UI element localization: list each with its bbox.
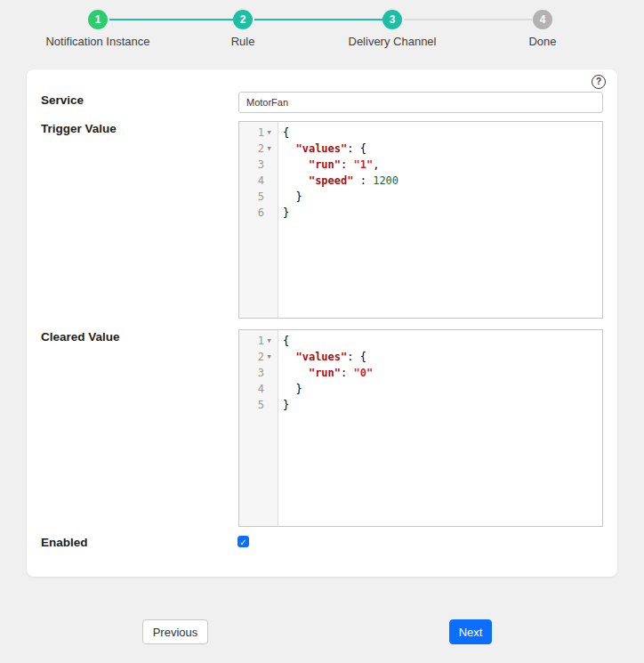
- line-number: 4: [239, 381, 278, 397]
- code-line: {: [283, 125, 602, 141]
- form-card: ? Service Trigger Value 1▼2▼3456 { "valu…: [27, 69, 617, 577]
- trigger-value-label: Trigger Value: [41, 122, 117, 135]
- step-2-label: Rule: [163, 35, 323, 48]
- cleared-editor-gutter: 1▼2▼345: [239, 330, 278, 526]
- next-button[interactable]: Next: [449, 619, 492, 644]
- code-line: }: [283, 381, 602, 397]
- step-connector-2-3: [254, 19, 382, 20]
- cleared-editor-code[interactable]: { "values": { "run": "0" }}: [278, 330, 602, 526]
- cleared-value-editor[interactable]: 1▼2▼345 { "values": { "run": "0" }}: [238, 329, 603, 527]
- line-number: 3: [239, 365, 278, 381]
- enabled-label: Enabled: [41, 536, 88, 549]
- code-line: }: [283, 189, 602, 205]
- code-line: "values": {: [283, 141, 602, 157]
- step-connector-1-2: [109, 19, 233, 20]
- step-4-circle[interactable]: 4: [533, 10, 552, 29]
- code-line: "run": "0": [283, 365, 602, 381]
- help-icon[interactable]: ?: [592, 75, 606, 89]
- line-number: 2▼: [239, 141, 278, 157]
- fold-arrow-icon[interactable]: ▼: [264, 333, 274, 349]
- previous-button[interactable]: Previous: [142, 619, 208, 644]
- cleared-value-label: Cleared Value: [41, 330, 120, 344]
- step-1-label: Notification Instance: [18, 35, 178, 48]
- trigger-editor-gutter: 1▼2▼3456: [239, 122, 278, 318]
- line-number: 5: [239, 397, 278, 413]
- line-number: 5: [239, 189, 278, 205]
- wizard-stepper: 1 Notification Instance 2 Rule 3 Deliver…: [0, 0, 644, 53]
- code-line: }: [283, 205, 602, 221]
- step-1-circle[interactable]: 1: [88, 10, 108, 29]
- code-line: "speed" : 1200: [283, 173, 602, 189]
- enabled-checkbox[interactable]: ✓: [237, 536, 249, 547]
- line-number: 6: [239, 205, 278, 221]
- service-input[interactable]: [238, 92, 603, 113]
- trigger-value-editor[interactable]: 1▼2▼3456 { "values": { "run": "1", "spee…: [238, 121, 603, 319]
- code-line: }: [283, 397, 602, 413]
- code-line: {: [283, 333, 602, 349]
- step-3-label: Delivery Channel: [312, 35, 472, 48]
- line-number: 3: [239, 157, 278, 173]
- line-number: 1▼: [239, 333, 278, 349]
- fold-arrow-icon[interactable]: ▼: [264, 141, 274, 157]
- code-line: "run": "1",: [283, 157, 602, 173]
- step-connector-3-4: [404, 19, 533, 20]
- line-number: 1▼: [239, 125, 278, 141]
- trigger-editor-code[interactable]: { "values": { "run": "1", "speed" : 1200…: [278, 122, 602, 318]
- fold-arrow-icon[interactable]: ▼: [264, 349, 274, 365]
- line-number: 2▼: [239, 349, 278, 365]
- step-4-label: Done: [463, 35, 623, 48]
- fold-arrow-icon[interactable]: ▼: [264, 125, 274, 141]
- line-number: 4: [239, 173, 278, 189]
- page: 1 Notification Instance 2 Rule 3 Deliver…: [0, 0, 644, 663]
- step-2-circle[interactable]: 2: [233, 10, 253, 29]
- service-label: Service: [41, 93, 84, 107]
- step-3-circle[interactable]: 3: [382, 10, 402, 29]
- code-line: "values": {: [283, 349, 602, 365]
